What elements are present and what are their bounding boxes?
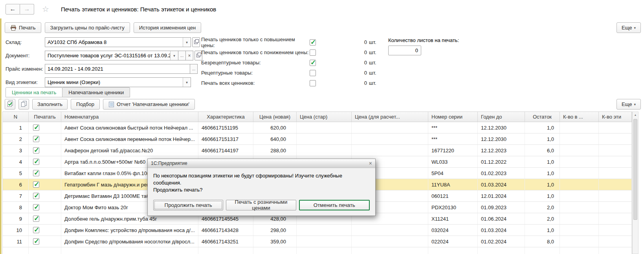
favorite-star-icon[interactable]: ☆ [42, 4, 49, 14]
fill-button[interactable]: Заполнить [32, 99, 68, 110]
cell-name: Анаферон детский таб.д/рассас.№20 [61, 145, 198, 156]
print-checkbox[interactable]: ✓ [33, 136, 39, 142]
cell-price_calc [352, 122, 428, 133]
cell-price_calc [352, 236, 428, 247]
pick-button[interactable]: Подбор [71, 99, 100, 110]
cell-stock: 1,0 [525, 190, 560, 201]
count-value: 0 [316, 49, 367, 55]
main-toolbar: Печать Загрузить цены по прайс-листу Ист… [5, 18, 644, 33]
column-header[interactable]: Номер серии [428, 112, 478, 122]
checkbox[interactable]: ✓ [310, 39, 316, 46]
table-row[interactable]: 10✓Долфин Комплекс: устройство д/промыва… [3, 225, 632, 236]
table-row[interactable]: 11✓Долфин Средство д/промывания носоглот… [3, 236, 632, 247]
print-button[interactable]: Печать [5, 22, 41, 33]
print-checkbox[interactable]: ✓ [33, 181, 39, 188]
cancel-print-button[interactable]: Отменить печать [299, 200, 370, 210]
warehouse-open-icon[interactable] [192, 37, 200, 47]
print-checkbox[interactable]: ✓ [33, 193, 39, 199]
cell-print: ✓ [29, 236, 61, 247]
column-header[interactable]: Годен до [478, 112, 525, 122]
table-row[interactable]: 2✓Авент Соска силиконовая переменный пот… [3, 133, 632, 145]
check-all-button[interactable] [5, 99, 15, 110]
continue-print-button[interactable]: Продолжить печать [153, 200, 223, 210]
cell-qty_label [599, 133, 632, 144]
document-input[interactable]: Поступление товаров услуг ЭС-01315166 от… [45, 51, 178, 60]
cell-qty_pack [560, 156, 599, 167]
column-header[interactable]: Цена (стар) [297, 112, 352, 122]
forward-button[interactable]: → [20, 4, 34, 15]
column-header[interactable]: Характеристика [198, 112, 253, 122]
vertical-scrollbar[interactable]: ▴ [632, 111, 638, 254]
checkbox-row: Безрецептурные товары:✓0шт. [201, 58, 376, 67]
cell-expiry: 12.12.2030 [478, 122, 525, 133]
cell-n: 4 [3, 156, 29, 167]
print-checkbox[interactable]: ✓ [33, 238, 39, 245]
report-button[interactable]: Отчет 'Напечатанные ценники' [103, 99, 195, 110]
tab-printed-pricetags[interactable]: Напечатанные ценники [62, 87, 130, 97]
print-checkbox[interactable]: ✓ [33, 147, 39, 153]
warehouse-input[interactable]: АУ1032 СПб Абрамова 8 ▾ [45, 37, 191, 47]
print-checkbox[interactable]: ✓ [33, 204, 39, 210]
print-checkbox[interactable]: ✓ [33, 159, 39, 165]
label-type-input[interactable]: Ценник мини (Озерки) ▾ [45, 77, 191, 87]
column-header[interactable]: К-во в ... [560, 112, 599, 122]
price-changed-input[interactable]: 14.09.2021 - 14.09.2021 [45, 64, 190, 74]
print-checkbox[interactable]: ✓ [33, 216, 39, 222]
nav-buttons: ← → [6, 4, 34, 15]
more-button-list[interactable]: Еще ▾ [616, 99, 641, 110]
column-header[interactable]: Цена (для расчет... [352, 112, 428, 122]
checkbox[interactable] [310, 49, 316, 56]
cell-qty_label [599, 190, 632, 201]
cell-qty_label [599, 168, 632, 179]
checkmark-icon: ✓ [34, 203, 39, 211]
scrollbar-thumb[interactable] [633, 119, 637, 220]
column-header[interactable]: Номенклатура [61, 112, 198, 122]
column-header[interactable]: Печатать [29, 112, 61, 122]
price-changed-label: Прайс изменен: [6, 66, 45, 72]
cell-qty_pack [560, 213, 599, 224]
cell-n: 9 [3, 213, 29, 224]
dialog-buttons: Продолжить печать Печать с розничными це… [153, 200, 370, 210]
cell-expiry: 12.12.2030 [478, 133, 525, 144]
table-row[interactable]: 1✓Авент Соска силиконовая быстрый поток … [3, 122, 632, 133]
cell-n: 7 [3, 190, 29, 201]
checkbox[interactable] [310, 70, 316, 76]
print-checkbox[interactable]: ✓ [33, 170, 39, 176]
print-checkbox[interactable]: ✓ [33, 124, 39, 131]
document-ellipsis-button[interactable]: ... [178, 51, 186, 60]
label-type-label: Вид этикетки: [6, 79, 45, 85]
column-header[interactable]: N [3, 112, 29, 122]
column-header[interactable]: Остаток [525, 112, 560, 122]
warehouse-dropdown-icon[interactable]: ▾ [183, 38, 191, 47]
sheets-count-input[interactable]: 0 [388, 46, 421, 55]
field-column: Склад: АУ1032 СПб Абрамова 8 ▾ Документ:… [6, 37, 202, 87]
price-changed-ellipsis-button[interactable]: ... [190, 64, 198, 74]
tab-bar: Ценники на печать Напечатанные ценники [6, 87, 644, 97]
column-header[interactable]: К-во эти [599, 112, 632, 122]
checkbox[interactable] [310, 80, 316, 86]
print-checkbox[interactable]: ✓ [33, 227, 39, 233]
back-button[interactable]: ← [6, 4, 20, 15]
more-button-top[interactable]: Еще ▾ [616, 22, 641, 33]
checkbox[interactable]: ✓ [310, 60, 316, 66]
cell-stock: 1,0 [525, 122, 560, 133]
table-row[interactable]: 3✓Анаферон детский таб.д/рассас.№2046066… [3, 145, 632, 156]
cell-n: 10 [3, 225, 29, 236]
load-prices-button[interactable]: Загрузить цены по прайс-листу [45, 22, 130, 33]
label-type-dropdown-icon[interactable]: ▾ [183, 78, 191, 87]
print-retail-prices-button[interactable]: Печать с розничными ценами [226, 200, 296, 210]
document-clear-icon[interactable]: × [185, 51, 193, 60]
price-history-button[interactable]: История изменения цен [134, 22, 202, 33]
tab-pricetags-to-print[interactable]: Ценники на печать [6, 87, 62, 97]
close-icon[interactable]: × [369, 161, 372, 166]
cell-qty_label [599, 145, 632, 156]
cell-series: 16771220 [428, 145, 478, 156]
column-header[interactable]: Цена (новая) [253, 112, 297, 122]
checkmark-icon: ✓ [34, 214, 39, 223]
cell-series: WL033 [428, 156, 478, 167]
scroll-up-icon[interactable]: ▴ [633, 112, 638, 118]
report-icon [108, 101, 114, 108]
document-row: Документ: Поступление товаров услуг ЭС-0… [6, 51, 202, 60]
document-dropdown-icon[interactable]: ▾ [170, 51, 178, 60]
copy-button[interactable] [18, 99, 29, 110]
